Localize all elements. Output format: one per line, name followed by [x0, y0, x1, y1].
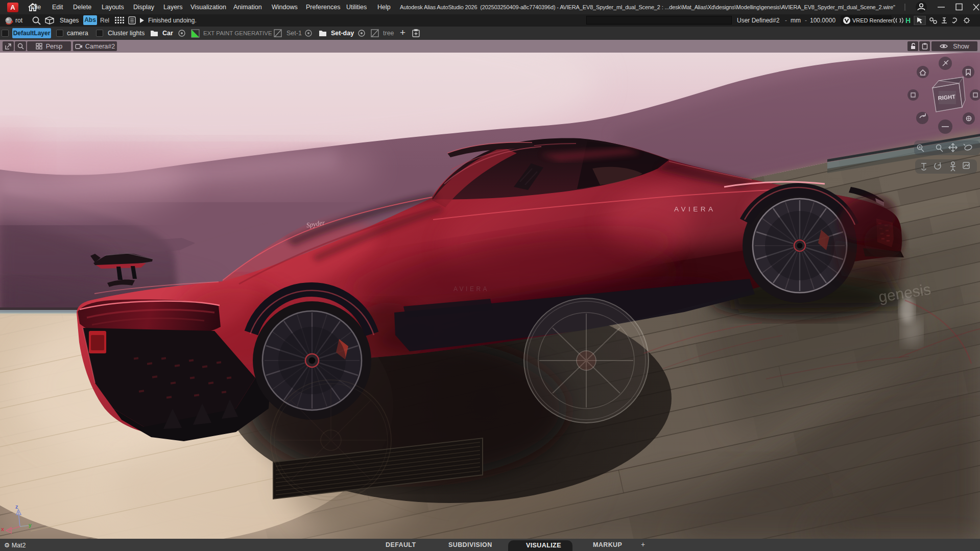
svg-text:AVIERA: AVIERA — [453, 285, 489, 293]
svg-text:y: y — [29, 522, 32, 528]
svg-text:AVIERA: AVIERA — [674, 205, 716, 213]
svg-text:H: H — [905, 16, 911, 25]
svg-text:z: z — [15, 504, 18, 510]
svg-text:x: x — [1, 526, 5, 532]
